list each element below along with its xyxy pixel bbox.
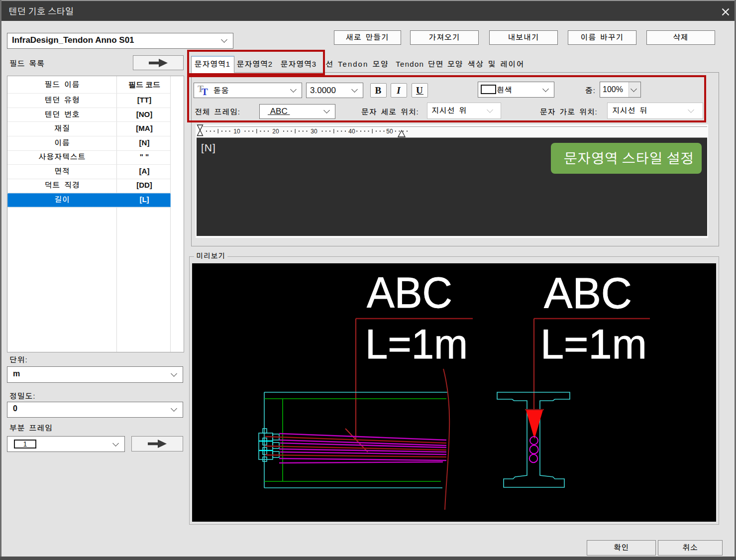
svg-text:20: 20 [272,128,279,135]
svg-text:50: 50 [386,128,393,135]
svg-text:30: 30 [311,128,317,135]
svg-text:L=1m: L=1m [540,321,647,367]
svg-text:ABC: ABC [367,268,452,317]
svg-text:ABC: ABC [544,269,632,317]
svg-text:10: 10 [233,128,240,135]
svg-text:L=1m: L=1m [365,321,468,367]
svg-text:40: 40 [348,128,355,135]
